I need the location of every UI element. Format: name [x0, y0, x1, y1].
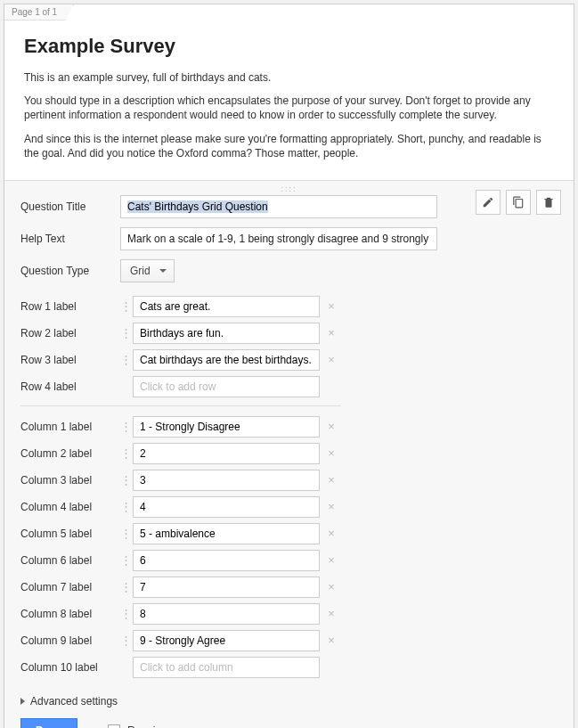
remove-row-button[interactable]: × [323, 299, 339, 313]
page-tab: Page 1 of 1 [4, 4, 574, 22]
drag-handle-icon[interactable]: ⋮⋮ [120, 424, 133, 429]
column-input[interactable] [133, 550, 320, 571]
question-type-label: Question Type [20, 265, 120, 277]
row-add-input[interactable] [133, 376, 320, 397]
drag-handle-icon[interactable]: ⋮⋮ [120, 558, 133, 563]
column-add: Column 10 label⋮⋮ [20, 654, 558, 681]
column-label: Column 9 label [20, 634, 120, 647]
drag-handle-icon[interactable]: ⋮⋮ [120, 531, 133, 536]
question-toolbar [476, 190, 561, 215]
column-input[interactable] [133, 523, 320, 544]
row-label: Row 3 label [20, 354, 120, 366]
remove-row-button[interactable]: × [323, 353, 339, 366]
column-label: Column 2 label [20, 447, 120, 460]
intro-line: This is an example survey, full of birth… [24, 70, 554, 85]
column-input[interactable] [133, 416, 320, 438]
row-item: Row 1 label⋮⋮× [20, 293, 558, 320]
row-label: Row 2 label [20, 327, 120, 339]
edit-button[interactable] [476, 190, 501, 215]
section-divider [20, 405, 341, 406]
page-indicator: Page 1 of 1 [4, 4, 74, 20]
advanced-settings-label: Advanced settings [30, 695, 118, 708]
question-type-dropdown[interactable]: Grid [120, 259, 175, 282]
column-input[interactable] [133, 443, 320, 464]
column-add-input[interactable] [133, 657, 320, 678]
remove-column-button[interactable]: × [323, 500, 339, 513]
form-editor: Page 1 of 1 Example Survey This is an ex… [4, 4, 574, 728]
row-label: Row 1 label [20, 300, 120, 313]
row-item: Row 3 label⋮⋮× [20, 347, 558, 373]
column-item: Column 4 label⋮⋮× [20, 494, 558, 520]
duplicate-button[interactable] [506, 190, 531, 215]
require-one-label: Require one response per row [127, 724, 271, 728]
pencil-icon [482, 196, 494, 209]
column-label: Column 7 label [20, 581, 120, 593]
remove-column-button[interactable]: × [323, 446, 339, 460]
remove-column-button[interactable]: × [323, 473, 339, 487]
question-title-input[interactable]: Cats' Birthdays Grid Question [120, 195, 437, 218]
column-label: Column 8 label [20, 608, 120, 620]
row-input[interactable] [133, 323, 320, 344]
column-input[interactable] [133, 496, 320, 518]
column-item: Column 3 label⋮⋮× [20, 467, 558, 494]
remove-column-button[interactable]: × [323, 553, 339, 567]
row-label: Row 4 label [20, 380, 120, 393]
column-item: Column 1 label⋮⋮× [20, 413, 558, 440]
column-input[interactable] [133, 577, 320, 598]
column-label: Column 3 label [20, 474, 120, 487]
row-input[interactable] [133, 349, 320, 371]
help-text-label: Help Text [20, 233, 120, 245]
drag-handle-icon[interactable]: ⋮⋮ [120, 357, 133, 363]
require-one-option[interactable]: Require one response per row [108, 724, 271, 728]
survey-header: Example Survey This is an example survey… [4, 22, 574, 180]
survey-title[interactable]: Example Survey [24, 35, 554, 58]
question-title-label: Question Title [20, 200, 120, 213]
rows-section: Row 1 label⋮⋮×Row 2 label⋮⋮×Row 3 label⋮… [20, 293, 558, 400]
column-item: Column 6 label⋮⋮× [20, 547, 558, 574]
delete-button[interactable] [536, 190, 561, 215]
remove-column-button[interactable]: × [323, 580, 339, 593]
drag-handle-icon[interactable]: ⋮⋮ [120, 451, 133, 456]
column-label: Column 4 label [20, 501, 120, 513]
intro-line: You should type in a description which e… [24, 94, 554, 122]
row-item: Row 2 label⋮⋮× [20, 320, 558, 347]
columns-section: Column 1 label⋮⋮×Column 2 label⋮⋮×Column… [20, 413, 558, 681]
drag-handle-icon[interactable]: ⋮⋮ [120, 331, 133, 336]
done-button[interactable]: Done [20, 718, 77, 728]
column-label: Column 6 label [20, 554, 120, 567]
chevron-down-icon [159, 269, 167, 273]
remove-column-button[interactable]: × [323, 420, 339, 433]
column-item: Column 7 label⋮⋮× [20, 574, 558, 601]
column-item: Column 5 label⋮⋮× [20, 520, 558, 547]
column-input[interactable] [133, 603, 320, 625]
row-add: Row 4 label⋮⋮ [20, 373, 558, 400]
remove-column-button[interactable]: × [323, 634, 339, 647]
question-title-value: Cats' Birthdays Grid Question [127, 200, 268, 213]
column-input[interactable] [133, 470, 320, 491]
column-item: Column 2 label⋮⋮× [20, 440, 558, 467]
column-label: Column 1 label [20, 421, 120, 433]
row-input[interactable] [133, 296, 320, 317]
drag-handle-icon[interactable]: ⋮⋮ [120, 478, 133, 483]
checkbox-icon[interactable] [108, 724, 120, 728]
column-label: Column 5 label [20, 528, 120, 540]
drag-handle-icon[interactable]: ⋮⋮ [120, 611, 133, 617]
drag-handle-icon[interactable]: ⋮⋮ [120, 304, 133, 309]
copy-icon [512, 196, 525, 209]
remove-column-button[interactable]: × [323, 607, 339, 620]
drag-handle-icon[interactable]: ⋮⋮ [120, 638, 133, 643]
triangle-right-icon [20, 698, 25, 705]
drag-handle-icon[interactable]: ⋮⋮ [120, 504, 133, 510]
survey-description[interactable]: This is an example survey, full of birth… [24, 70, 554, 160]
remove-column-button[interactable]: × [323, 527, 339, 540]
trash-icon [542, 196, 555, 209]
column-item: Column 9 label⋮⋮× [20, 627, 558, 654]
column-input[interactable] [133, 630, 320, 651]
question-editor: :::: Question Title Cats' Birthdays Grid… [4, 180, 574, 728]
question-type-value: Grid [130, 265, 151, 277]
advanced-settings-toggle[interactable]: Advanced settings [20, 695, 558, 708]
help-text-input[interactable] [120, 227, 437, 250]
intro-line: And since this is the internet please ma… [24, 132, 554, 160]
drag-handle-icon[interactable]: ⋮⋮ [120, 585, 133, 590]
remove-row-button[interactable]: × [323, 326, 339, 339]
